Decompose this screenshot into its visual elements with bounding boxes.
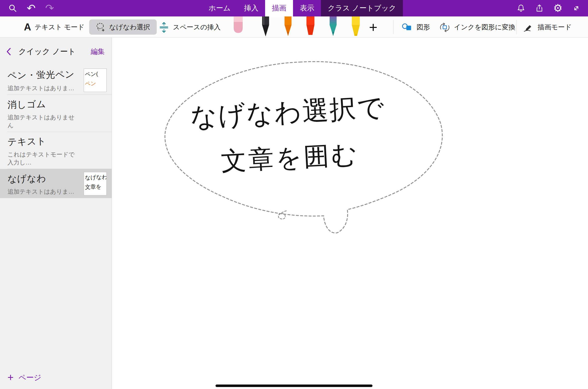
page-title: ペン・蛍光ペン <box>7 68 79 82</box>
thumb-ink-text: ペン( <box>85 70 106 78</box>
list-item[interactable]: テキスト これはテキストモードで入力し… <box>0 132 112 169</box>
eraser-tool[interactable] <box>231 16 246 37</box>
home-indicator-bar[interactable] <box>216 385 372 387</box>
ribbon-tabs: ホーム 挿入 描画 表示 クラス ノートブック <box>202 0 403 16</box>
draw-toolbar: A テキスト モード なげなわ選択 スペースの挿入 <box>0 16 588 38</box>
lasso-icon <box>96 22 106 32</box>
text-mode-a-icon: A <box>24 21 31 33</box>
ink-to-shape-icon <box>439 22 450 32</box>
shapes-label: 図形 <box>417 23 430 32</box>
page-subtitle: 追加テキストはありま… <box>7 188 79 196</box>
orange-pen-tool[interactable] <box>281 16 295 37</box>
shapes-icon <box>402 22 413 32</box>
ink-to-shape-label: インクを図形に変換 <box>454 23 515 32</box>
back-chevron-icon[interactable] <box>6 47 11 56</box>
text-mode-button[interactable]: A テキスト モード <box>24 16 84 38</box>
page-title: テキスト <box>7 134 79 148</box>
handwritten-ink-note: なげなわ選択で 文章を囲む <box>145 87 433 182</box>
topbar-left-group: ↶ ↷ <box>3 0 59 16</box>
insert-space-label: スペースの挿入 <box>173 23 221 32</box>
tab-home[interactable]: ホーム <box>202 0 237 16</box>
insert-space-icon <box>158 22 169 33</box>
page-thumbnail: なげなわ 文章を <box>84 172 107 195</box>
ink-to-shape-button[interactable]: インクを図形に変換 <box>439 16 515 38</box>
draw-mode-pen-icon <box>523 22 534 32</box>
toolbar-divider <box>516 20 516 34</box>
topbar-right-group: ⚙ <box>512 0 586 16</box>
page-subtitle: 追加テキストはありま… <box>7 84 79 92</box>
text-mode-label: テキスト モード <box>35 23 84 32</box>
add-page-label: ページ <box>19 373 41 383</box>
shapes-button[interactable]: 図形 <box>402 16 430 38</box>
tab-view[interactable]: 表示 <box>293 0 321 16</box>
note-canvas[interactable]: なげなわ選択で 文章を囲む <box>112 38 588 389</box>
page-list-sidebar: クイック ノート 編集 ペン・蛍光ペン 追加テキストはありま… ペン( ペン 消… <box>0 38 112 389</box>
lasso-select-label: なげなわ選択 <box>109 23 150 32</box>
fullscreen-expand-icon[interactable] <box>567 0 586 16</box>
page-thumbnail: ペン( ペン <box>84 69 107 92</box>
thumb-ink-text: なげなわ <box>85 173 106 182</box>
notifications-bell-icon[interactable] <box>512 0 530 16</box>
undo-icon[interactable]: ↶ <box>22 0 40 16</box>
teal-galaxy-pen-tool[interactable] <box>326 16 341 37</box>
list-item-selected[interactable]: なげなわ 追加テキストはありま… なげなわ 文章を <box>0 169 112 198</box>
sidebar-header: クイック ノート 編集 <box>0 38 112 66</box>
lasso-select-button[interactable]: なげなわ選択 <box>89 19 157 35</box>
yellow-highlighter-tool[interactable] <box>348 16 363 37</box>
page-title: なげなわ <box>7 171 79 185</box>
search-icon[interactable] <box>3 0 22 16</box>
add-pen-button[interactable]: + <box>366 16 381 38</box>
black-pen-tool[interactable] <box>258 16 273 37</box>
add-page-button[interactable]: + ページ <box>0 366 112 389</box>
lasso-selection-outline <box>112 38 588 389</box>
thumb-ink-text: 文章を <box>85 183 106 191</box>
settings-gear-icon[interactable]: ⚙ <box>549 0 567 16</box>
draw-mode-label: 描画モード <box>538 23 572 32</box>
list-item[interactable]: 消しゴム 追加テキストはありません <box>0 95 112 132</box>
page-subtitle: 追加テキストはありません <box>7 113 79 129</box>
insert-space-button[interactable]: スペースの挿入 <box>158 16 221 38</box>
notebook-section-title: クイック ノート <box>18 46 76 57</box>
draw-mode-button[interactable]: 描画モード <box>523 16 572 38</box>
edit-button[interactable]: 編集 <box>91 47 105 56</box>
page-subtitle: これはテキストモードで入力し… <box>7 151 79 166</box>
list-item[interactable]: ペン・蛍光ペン 追加テキストはありま… ペン( ペン <box>0 66 112 95</box>
tab-class-notebook[interactable]: クラス ノートブック <box>321 0 403 16</box>
share-icon[interactable] <box>530 0 549 16</box>
tab-draw[interactable]: 描画 <box>265 0 293 16</box>
top-app-bar: ↶ ↷ ホーム 挿入 描画 表示 クラス ノートブック ⚙ <box>0 0 588 16</box>
page-title: 消しゴム <box>7 97 79 111</box>
red-highlighter-tool[interactable] <box>303 16 318 37</box>
redo-icon[interactable]: ↷ <box>40 0 59 16</box>
tab-insert[interactable]: 挿入 <box>237 0 265 16</box>
thumb-ink-text: ペン <box>85 79 106 88</box>
plus-icon: + <box>7 372 14 383</box>
toolbar-divider <box>393 20 393 34</box>
